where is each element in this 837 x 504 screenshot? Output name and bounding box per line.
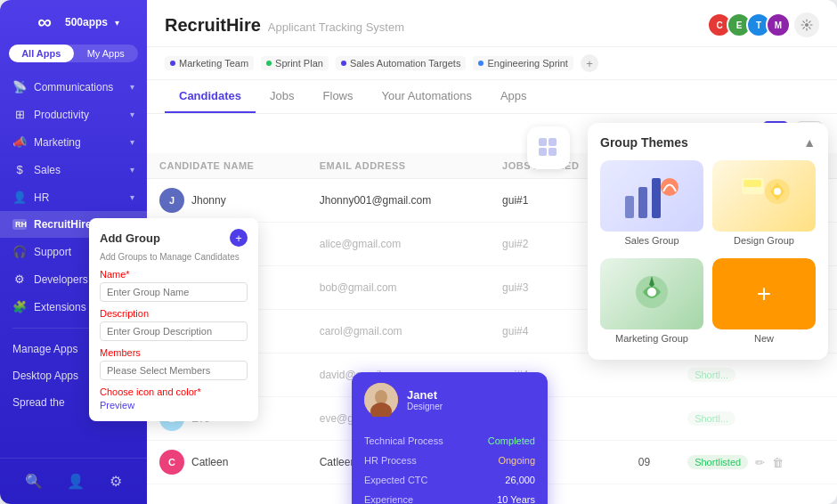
sidebar-item-label: Spread the [12, 396, 65, 409]
hr-icon: 👤 [12, 191, 27, 204]
recruithire-icon: RH [12, 219, 27, 230]
add-group-plus-button[interactable]: + [230, 229, 248, 247]
svg-point-19 [774, 188, 781, 195]
svg-rect-12 [625, 196, 634, 218]
productivity-icon: ⊞ [12, 108, 27, 121]
tag-label: Marketing Team [179, 58, 248, 69]
janet-role: Designer [407, 402, 443, 411]
logo-text: 500apps [65, 16, 108, 28]
avatar-settings-icon[interactable] [794, 12, 819, 37]
group-card-marketing[interactable]: Marketing Group [600, 258, 703, 347]
tag-dot [266, 61, 272, 66]
desc-label: Description [100, 308, 248, 319]
group-card-new[interactable]: + New [712, 258, 816, 347]
developers-icon: ⚙ [12, 272, 27, 286]
collapse-arrow-icon[interactable]: ▲ [803, 135, 816, 150]
email-cell: alice@gmail.com [307, 223, 490, 266]
tags-bar: Marketing Team Sprint Plan Sales Automat… [147, 47, 837, 80]
sales-group-label: Sales Group [600, 232, 703, 249]
applied-count: 09 [638, 456, 650, 468]
janet-name: Janet [407, 388, 443, 402]
row-label: Experience [364, 494, 413, 504]
logo-dropdown-arrow[interactable]: ▾ [115, 18, 119, 28]
row-value: Ongoing [498, 455, 535, 466]
janet-header: Janet Designer [352, 372, 548, 426]
preview-link[interactable]: Preview [100, 400, 248, 411]
group-desc-input[interactable] [100, 321, 248, 341]
janet-row-ctc: Expected CTC 26,000 [352, 470, 548, 490]
tab-flows[interactable]: Flows [309, 80, 368, 113]
tab-jobs[interactable]: Jobs [256, 80, 308, 113]
sidebar-item-hr[interactable]: 👤 HR ▾ [0, 183, 147, 211]
group-members-input[interactable] [100, 361, 248, 380]
candidate-name: CCatleen [159, 450, 295, 475]
marketing-group-image [600, 258, 703, 329]
svg-point-23 [375, 390, 387, 404]
main-header: RecruitHire Applicant Tracking System C … [147, 0, 837, 47]
tag-add-button[interactable]: + [581, 54, 598, 72]
sidebar-logo: ∞ 500apps ▾ [0, 0, 147, 39]
tab-apps[interactable]: Apps [486, 80, 541, 113]
tag-dot [478, 61, 484, 66]
tab-all-apps[interactable]: All Apps [9, 45, 74, 62]
sidebar-item-sales[interactable]: $ Sales ▾ [0, 156, 147, 183]
tab-candidates[interactable]: Candidates [165, 80, 256, 113]
avatar-m: M [766, 12, 791, 37]
edit-icon[interactable]: ✏ [755, 456, 765, 469]
sidebar-item-communications[interactable]: 📡 Communications ▾ [0, 73, 147, 101]
sidebar-item-label: Desktop Apps [12, 370, 78, 382]
janet-info: Janet Designer [407, 388, 443, 411]
sidebar-item-label: RecruitHire [34, 218, 92, 231]
logo-icon: ∞ [28, 12, 60, 32]
row-value: Completed [488, 435, 535, 446]
row-label: HR Process [364, 455, 417, 466]
sidebar-item-label: Support [34, 246, 71, 258]
add-group-popup: Add Group + Add Groups to Manage Candida… [89, 218, 258, 421]
sidebar-item-label: Marketing [34, 136, 81, 149]
email-cell: Jhonny001@gmail.com [307, 179, 490, 223]
status-badge: Shortlisted [687, 455, 748, 469]
sidebar-item-label: Sales [34, 164, 61, 176]
tab-automations[interactable]: Your Automations [368, 80, 486, 113]
svg-rect-11 [549, 148, 557, 156]
sidebar-bottom-icons: 🔍 👤 ⚙ [0, 466, 147, 497]
delete-icon[interactable]: 🗑 [772, 456, 784, 469]
support-icon: 🎧 [12, 245, 27, 258]
add-group-title: Add Group [100, 232, 160, 245]
group-themes-header: Group Themes ▲ [600, 135, 816, 150]
tag-label: Engineering Sprint [487, 58, 568, 69]
group-themes-popup: Group Themes ▲ [588, 123, 828, 360]
group-themes-grid: Sales Group De [600, 160, 816, 347]
search-icon[interactable]: 🔍 [25, 473, 43, 490]
tag-marketing-team[interactable]: Marketing Team [165, 56, 254, 70]
svg-rect-13 [638, 187, 647, 218]
communications-icon: 📡 [12, 80, 27, 93]
svg-point-21 [647, 288, 656, 297]
tag-sales-automation[interactable]: Sales Automation Targets [336, 56, 467, 70]
group-name-input[interactable] [100, 282, 248, 302]
settings-icon[interactable]: ⚙ [110, 473, 122, 490]
group-card-design[interactable]: Design Group [712, 160, 816, 249]
new-group-plus[interactable]: + [712, 258, 816, 329]
sales-icon: $ [12, 163, 27, 176]
user-icon[interactable]: 👤 [67, 473, 85, 490]
tag-engineering-sprint[interactable]: Engineering Sprint [473, 56, 573, 70]
marketing-group-label: Marketing Group [600, 329, 703, 347]
sidebar-item-label: Manage Apps [12, 343, 77, 355]
tag-dot [170, 61, 175, 66]
tag-sprint-plan[interactable]: Sprint Plan [261, 56, 329, 70]
group-card-sales[interactable]: Sales Group [600, 160, 703, 249]
sidebar-item-marketing[interactable]: 📣 Marketing ▾ [0, 128, 147, 156]
svg-rect-8 [539, 138, 547, 146]
svg-rect-10 [539, 148, 547, 156]
sidebar-item-label: Productivity [34, 109, 89, 121]
tab-my-apps[interactable]: My Apps [74, 45, 139, 62]
group-themes-title: Group Themes [600, 135, 688, 150]
janet-row-technical: Technical Process Completed [352, 431, 548, 451]
email-cell: bob@gmail.com [307, 266, 490, 310]
sidebar-item-label: Developers [34, 273, 88, 286]
sidebar-bottom: 🔍 👤 ⚙ [0, 458, 147, 504]
chevron-down-icon: ▾ [130, 110, 134, 119]
group-icon-button[interactable] [527, 126, 570, 169]
sidebar-item-productivity[interactable]: ⊞ Productivity ▾ [0, 101, 147, 128]
